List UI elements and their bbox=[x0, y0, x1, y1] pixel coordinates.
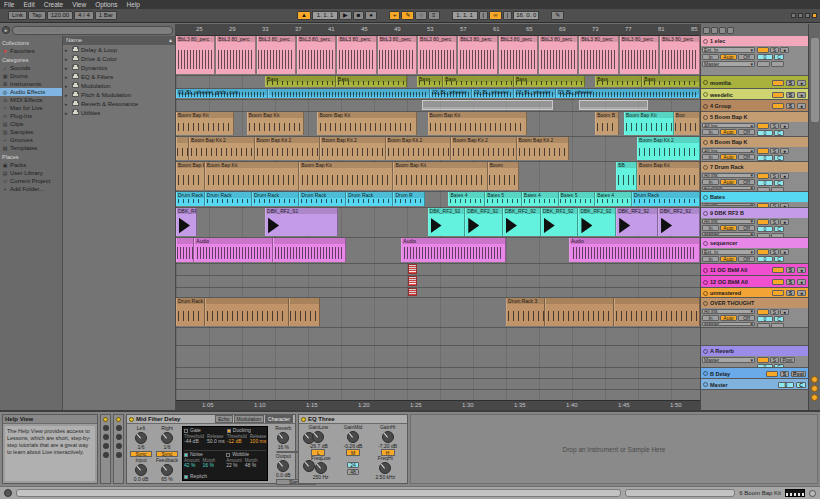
track-activator[interactable] bbox=[757, 173, 769, 179]
browser-folder-eq-filters[interactable]: ▸EQ & Filters bbox=[63, 72, 175, 81]
clip-over-thought[interactable] bbox=[545, 298, 613, 326]
volume-field[interactable]: 0 bbox=[757, 256, 773, 262]
track-fold-button[interactable] bbox=[703, 280, 708, 285]
sidebar-item-clips[interactable]: ▤Clips bbox=[0, 120, 62, 128]
track-fold-button[interactable] bbox=[703, 291, 708, 296]
automation-arm-button[interactable]: ✎ bbox=[401, 11, 414, 20]
pan-field[interactable]: C bbox=[774, 54, 784, 60]
capture-midi-button[interactable]: ≡ bbox=[428, 11, 440, 20]
expand-arrow-icon[interactable]: ▸ bbox=[65, 56, 70, 62]
expand-arrow-icon[interactable]: ▸ bbox=[65, 83, 70, 89]
expand-arrow-icon[interactable]: ▸ bbox=[65, 110, 70, 116]
clip-bass[interactable]: Bass bbox=[443, 76, 514, 87]
device-on-led[interactable] bbox=[103, 417, 108, 422]
clip-bates-5[interactable]: Bates 5 bbox=[559, 192, 596, 206]
return-send-knob-b[interactable] bbox=[811, 385, 818, 392]
clip-bbl3-80-perc[interactable]: BbL3 80_perc bbox=[539, 36, 578, 74]
clip-boo[interactable]: Boo bbox=[674, 112, 700, 135]
output-knob[interactable] bbox=[277, 460, 289, 472]
clip-boom-bap-kit-2[interactable]: Boom Bap Kit 2 bbox=[189, 137, 255, 160]
monitor-off[interactable]: Off bbox=[738, 154, 755, 160]
track-name-bar[interactable]: 7 Drum Rack bbox=[701, 162, 808, 172]
track-name-bar[interactable]: A Reverb bbox=[701, 346, 808, 356]
track-name-bar[interactable]: 6 Boom Bap K bbox=[701, 137, 808, 147]
track-name-bar[interactable]: momiliaS● bbox=[701, 76, 808, 89]
track-header-momilia[interactable]: momiliaS● bbox=[701, 76, 808, 89]
reverb-knob[interactable] bbox=[277, 432, 289, 444]
solo-button[interactable]: S bbox=[770, 219, 779, 225]
draw-mode-button[interactable]: ✎ bbox=[551, 11, 564, 20]
track-fold-button[interactable] bbox=[703, 301, 708, 306]
freqlow-knob[interactable] bbox=[315, 462, 327, 474]
track-fold-button[interactable] bbox=[703, 371, 708, 376]
wobble-checkbox[interactable] bbox=[226, 453, 230, 457]
routing-dropdown[interactable]: Master▾ bbox=[702, 322, 755, 327]
track-name-bar[interactable]: Bates bbox=[701, 192, 808, 202]
clip-audio[interactable]: Audio bbox=[401, 238, 506, 262]
param-value[interactable]: -44 dB bbox=[184, 439, 204, 444]
macro-knob[interactable] bbox=[116, 425, 122, 431]
clip-audio[interactable]: Audio bbox=[194, 238, 273, 262]
routing-dropdown[interactable]: All Ins▾ bbox=[702, 123, 755, 128]
solo-button[interactable]: S bbox=[770, 123, 779, 129]
routing-dropdown[interactable]: All Ins▾ bbox=[702, 219, 755, 224]
transport-4-4[interactable]: 4 / 4 bbox=[74, 11, 94, 20]
clip-bbl3-80-perc[interactable]: BbL3 80_perc bbox=[216, 36, 255, 74]
clip-03-bl-wheeler[interactable]: 03_BL_wheeler bbox=[556, 89, 700, 98]
track-fold-button[interactable] bbox=[703, 211, 708, 216]
param-value[interactable]: 50.0 ms bbox=[207, 439, 225, 444]
punch-in-button[interactable]: [ bbox=[479, 11, 489, 20]
pan-field[interactable]: C bbox=[774, 256, 784, 262]
routing-dropdown[interactable]: All Ins▾ bbox=[702, 203, 755, 206]
slope-48[interactable]: 48 bbox=[347, 469, 359, 475]
browser-folder-modulation[interactable]: ▸Modulation bbox=[63, 81, 175, 90]
track-name-bar[interactable]: Master0C bbox=[701, 379, 808, 390]
track-header-6-boom-bap-k[interactable]: 6 Boom Bap KAll Ins▾InAutoOffS●0C bbox=[701, 137, 808, 162]
clip-bbl3-80-perc[interactable]: BbL3 80_perc bbox=[176, 36, 215, 74]
monitor-auto[interactable]: Auto bbox=[720, 315, 737, 321]
param-value[interactable]: 42 % bbox=[184, 463, 200, 468]
pre-post-toggle[interactable]: Post bbox=[791, 371, 806, 377]
macro-knob[interactable] bbox=[116, 452, 122, 458]
track-activator[interactable] bbox=[757, 309, 769, 315]
sidebar-item-samples[interactable]: ▥Samples bbox=[0, 128, 62, 136]
clip-boom-bap-kit[interactable]: Boom Bap Kit bbox=[428, 112, 528, 135]
routing-dropdown[interactable]: 4-Group▾ bbox=[702, 186, 755, 191]
clip-03-bl-wheeler-grids-cuts[interactable]: 03_BL_wheeler_grids_cuts bbox=[176, 89, 268, 98]
param-value[interactable]: 22 % bbox=[226, 463, 242, 468]
volume-field[interactable]: 0 bbox=[757, 316, 773, 322]
monitor-off[interactable]: Off bbox=[738, 54, 755, 60]
clip-dbk-rf2-92[interactable]: DBK_RF2_92 bbox=[616, 208, 658, 236]
clip-boom-bap-kit-2[interactable]: Boom Bap Kit 2 bbox=[255, 137, 321, 160]
clip-bbl3-80-perc[interactable]: BbL3 80_perc bbox=[297, 36, 336, 74]
browser-folder-delay-loop[interactable]: ▸Delay & Loop bbox=[63, 45, 175, 54]
transport-120-00[interactable]: 120.00 bbox=[47, 11, 73, 20]
track-fold-button[interactable] bbox=[703, 39, 708, 44]
pan-field[interactable]: C bbox=[774, 180, 784, 186]
routing-dropdown[interactable]: All Ins▾ bbox=[702, 173, 755, 178]
sidebar-item-user-library[interactable]: ▤User Library bbox=[0, 169, 62, 177]
ducking-checkbox[interactable] bbox=[227, 429, 231, 433]
transport-1-bar[interactable]: 1 Bar bbox=[95, 11, 117, 20]
track-header-a-reverb[interactable]: A ReverbMaster▾SPost0C bbox=[701, 346, 808, 368]
clip-drum-rack[interactable]: Drum Rack bbox=[299, 192, 346, 206]
track-name-bar[interactable]: 4 GroupS● bbox=[701, 100, 808, 112]
track-fold-button[interactable] bbox=[703, 241, 708, 246]
tab-echo[interactable]: Echo bbox=[215, 415, 232, 423]
track-header-b-delay[interactable]: B DelaySPost bbox=[701, 368, 808, 379]
param-value[interactable]: 100 ms bbox=[250, 439, 267, 444]
gainlow-knob[interactable] bbox=[312, 431, 324, 443]
solo-button[interactable]: S bbox=[780, 371, 789, 377]
track-name-bar[interactable]: 12 OG BkM A0S● bbox=[701, 276, 808, 288]
returns-section-toggle[interactable] bbox=[719, 27, 726, 34]
arm-button[interactable]: ● bbox=[797, 290, 806, 296]
overdub-button[interactable]: + bbox=[389, 11, 401, 20]
monitor-in[interactable]: In bbox=[702, 256, 719, 262]
clip-boom-bap-kit[interactable]: Boom Bap Kit bbox=[299, 162, 393, 190]
gainhi-knob[interactable] bbox=[382, 431, 394, 443]
clip-dbk-rf2-92[interactable]: DBK_RF2_92 bbox=[503, 208, 541, 236]
gainmid-knob[interactable] bbox=[347, 431, 359, 443]
send-b-field[interactable] bbox=[771, 61, 784, 67]
track-name-bar[interactable]: 1 elec bbox=[701, 36, 808, 46]
feedback-knob[interactable] bbox=[161, 464, 173, 476]
